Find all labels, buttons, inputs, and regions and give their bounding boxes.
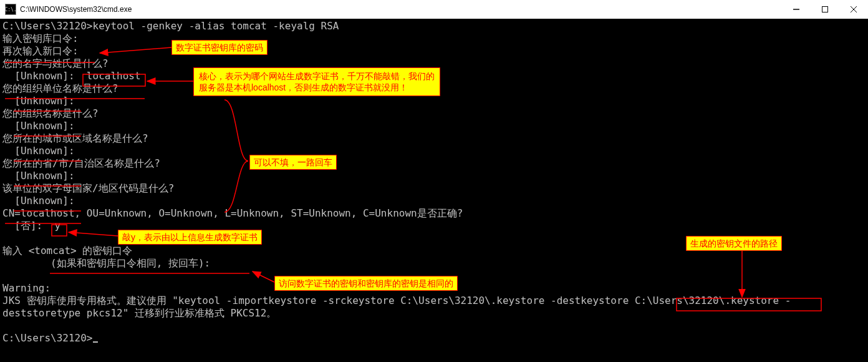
cmd-icon-text: C:\. [4, 7, 16, 12]
t-line: 输入密钥库口令: [2, 32, 79, 44]
annotation-text: 生成的密钥文件的路径 [690, 238, 778, 248]
t-line: 该单位的双字母国家/地区代码是什么? [2, 182, 174, 194]
cmd-icon: C:\. [5, 4, 16, 15]
t-line: [Unknown]: [2, 195, 75, 207]
annotation-text: 服务器是本机localhost，否则生成的数字证书就没用！ [199, 82, 435, 93]
t-line: 您所在的城市或区域名称是什么? [2, 132, 148, 144]
svg-rect-1 [822, 7, 828, 12]
input-y: y [54, 220, 60, 232]
t-line: 您的名字与姓氏是什么? [2, 57, 109, 69]
annotation-box: 生成的密钥文件的路径 [686, 236, 782, 251]
t-line: (如果和密钥库口令相同, 按回车): [2, 257, 210, 269]
annotation-text: 核心，表示为哪个网站生成数字证书，千万不能敲错，我们的 [199, 71, 435, 82]
t-line: 您的组织单位名称是什么? [2, 82, 118, 94]
cmd-window: C:\. C:\WINDOWS\system32\cmd.exe C:\User… [0, 0, 868, 362]
annotation-text: 可以不填，一路回车 [254, 157, 332, 167]
keystore-path: C:\Users\32120\.keystore [635, 295, 779, 306]
t-line: CN=localhost, OU=Unknown, O=Unknown, L=U… [2, 207, 463, 219]
t-line: JKS 密钥库使用专用格式。建议使用 "keytool -importkeyst… [2, 295, 635, 306]
annotation-box: 访问数字证书的密钥和密钥库的密钥是相同的 [274, 276, 458, 291]
t-line: 再次输入新口令: [2, 45, 79, 57]
titlebar[interactable]: C:\. C:\WINDOWS\system32\cmd.exe [0, 0, 868, 19]
annotation-text: 敲y，表示由以上信息生成数字证书 [122, 232, 258, 242]
minimize-button[interactable] [782, 0, 811, 19]
cursor [93, 341, 98, 343]
window-title: C:\WINDOWS\system32\cmd.exe [20, 5, 132, 14]
t-line: [Unknown]: [2, 120, 75, 132]
prompt: C:\Users\32120> [2, 332, 93, 344]
annotation-text: 访问数字证书的密钥和密钥库的密钥是相同的 [279, 278, 453, 288]
close-button[interactable] [839, 0, 868, 19]
annotation-box: 敲y，表示由以上信息生成数字证书 [118, 230, 262, 245]
t-line: [Unknown]: [2, 170, 75, 182]
annotation-box: 可以不填，一路回车 [249, 155, 337, 170]
t-line: [Unknown]: [2, 70, 87, 82]
t-line: [Unknown]: [2, 95, 75, 107]
t-line: - [779, 295, 791, 306]
input-localhost: localhost [87, 70, 141, 82]
window-controls [782, 0, 868, 19]
t-line: [Unknown]: [2, 145, 75, 157]
annotation-text: 数字证书密钥库的密码 [176, 42, 263, 52]
maximize-button[interactable] [811, 0, 839, 19]
t-line: 输入 <tomcat> 的密钥口令 [2, 245, 132, 257]
t-line: Warning: [2, 282, 51, 294]
t-line: [否]: [2, 220, 54, 232]
t-line: 您的组织名称是什么? [2, 107, 99, 119]
t-line: deststoretype pkcs12" 迁移到行业标准格式 PKCS12。 [2, 307, 276, 319]
command-input: keytool -genkey -alias tomcat -keyalg RS… [93, 20, 339, 32]
annotation-box: 数字证书密钥库的密码 [171, 40, 268, 55]
t-line: 您所在的省/市/自治区名称是什么? [2, 157, 160, 169]
prompt: C:\Users\32120> [2, 20, 93, 32]
annotation-box: 核心，表示为哪个网站生成数字证书，千万不能敲错，我们的 服务器是本机localh… [193, 67, 440, 96]
